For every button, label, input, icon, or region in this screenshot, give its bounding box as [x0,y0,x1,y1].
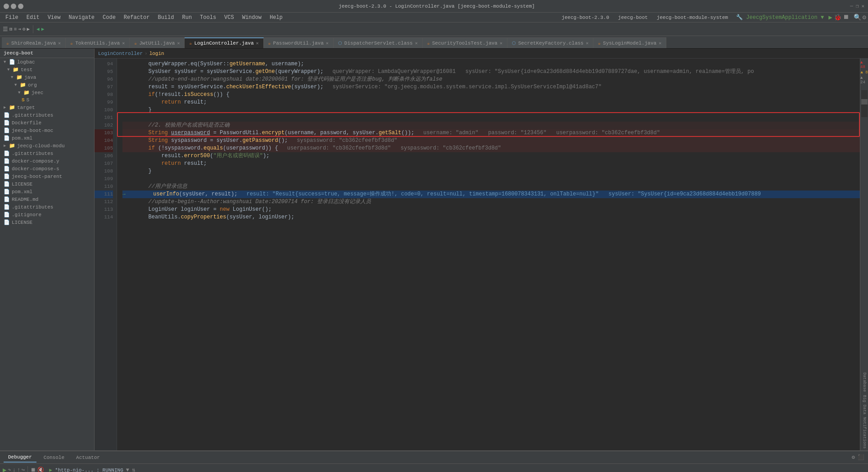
search-area[interactable]: 🔍 ⚙ [854,14,866,21]
bookmark-icon[interactable]: ≡ [14,27,17,32]
bc-item2[interactable]: login [149,51,164,56]
menu-help[interactable]: Help [266,14,286,22]
tree-org[interactable]: ▼ 📁 org [0,81,94,89]
tab-dispatcher-servlet[interactable]: ⬡ DispatcherServlet.class ✕ [334,37,423,48]
close-icon[interactable]: ✕ [861,3,864,9]
tree-logbac[interactable]: ▼ 📄 logbac [0,58,94,66]
close-tab-icon[interactable]: ✕ [500,41,502,46]
bc-item1[interactable]: LoginController [98,51,143,56]
structure-icon[interactable]: ⊞ [9,26,13,32]
folder-icon: 📁 [13,67,19,73]
restore-icon[interactable]: ❐ [856,3,859,9]
code-content[interactable]: queryWrapper.eq(SysUser::getUsername, us… [117,59,860,450]
minimap-scrollbar[interactable] [861,90,868,117]
tab-shiro-realm[interactable]: ☕ ShiroRealm.java ✕ [2,37,66,48]
tree-pom2[interactable]: 📄 pom.xml [0,188,94,195]
tree-java[interactable]: ▼ 📁 java [0,73,94,81]
close-tab-icon[interactable]: ✕ [659,41,661,46]
close-tab-icon[interactable]: ✕ [122,41,125,46]
menu-vcs[interactable]: VCS [221,14,238,22]
file-tree: ▼ 📄 logbac ▼ 📁 test ▼ 📁 java ▼ 📁 org ▼ [0,58,94,450]
close-tab-icon[interactable]: ✕ [586,41,588,46]
tree-readme[interactable]: 📄 README.md [0,195,94,203]
tree-test[interactable]: ▼ 📁 test [0,66,94,73]
tree-target[interactable]: ▶ 📁 target [0,104,94,111]
tree-gitignore[interactable]: 📄 .gitignore [0,211,94,218]
tab-sys-login-model[interactable]: ☕ SysLoginModel.java ✕ [593,37,666,48]
run-toolbar-icon[interactable]: ▶ [27,26,30,32]
menu-run[interactable]: Run [178,14,195,22]
tree-jeecg-boot-moc[interactable]: 📄 jeecg-boot-moc [0,127,94,134]
tree-docker-compose[interactable]: 📄 docker-compose.y [0,157,94,165]
step-over-icon[interactable]: ↷ [8,467,11,472]
debug-settings-icon[interactable]: ⚙ [852,454,855,461]
tree-license[interactable]: 📄 LICENSE [0,180,94,188]
run-buttons[interactable]: ▶ 🐞 ⏹ [828,14,849,21]
close-tab-icon[interactable]: ✕ [177,41,180,46]
back-icon[interactable]: ◀ [36,26,40,32]
menu-file[interactable]: File [2,14,22,22]
tab-security-tools[interactable]: ☕ SecurityToolsTest.java ✕ [423,37,507,48]
close-tab-icon[interactable]: ✕ [415,41,418,46]
tree-jeec[interactable]: ▼ 📁 jeec [0,89,94,96]
tab-login-controller[interactable]: ☕ LoginController.java ✕ [185,37,263,48]
stop-debug-icon[interactable]: ⏹ [31,467,36,472]
indent-icon[interactable]: ⇥ [18,26,21,32]
menu-navigate[interactable]: Navigate [65,14,98,22]
menu-refactor[interactable]: Refactor [120,14,154,22]
close-tab-icon[interactable]: ✕ [58,41,61,46]
run-to-cursor-icon[interactable]: ↪ [22,467,25,472]
debug-expand-icon[interactable]: ⬛ [858,454,864,461]
debug-run-controls[interactable]: ▶ ↷ ↓ ↑ ↪ ⏹ 🔇 [3,466,44,472]
stop-icon[interactable]: ⏹ [843,14,849,21]
tree-jeecg-cloud[interactable]: ▶ 📁 jeecg-cloud-modu [0,142,94,150]
mute-breakpoints-icon[interactable]: 🔇 [37,467,44,472]
tab-secret-key[interactable]: ⬡ SecretKeyFactory.class ✕ [507,37,593,48]
tree-docker-compose-s[interactable]: 📄 docker-compose-s [0,165,94,172]
expand-icon: ▼ [7,68,11,72]
resume-icon[interactable]: ▶ [3,466,6,472]
close-tab-icon[interactable]: ✕ [256,41,259,46]
tab-actuator[interactable]: Actuator [72,453,104,462]
tab-jwt-util[interactable]: ☕ JwtUtil.java ✕ [130,37,185,48]
tree-item-label: LICENSE [12,182,32,187]
code-line-99: return result; [122,99,860,106]
tab-debugger[interactable]: Debugger [4,453,36,463]
menu-code[interactable]: Code [99,14,119,22]
menu-view[interactable]: View [44,14,64,22]
debug-icon[interactable]: 🐞 [834,14,841,21]
menu-window[interactable]: Window [239,14,265,22]
close-tab-icon[interactable]: ✕ [326,41,329,46]
tree-license2[interactable]: 📄 LICENSE [0,218,94,226]
toggle-sidebar-icon[interactable]: ☰ [3,26,8,33]
tree-dockerfile[interactable]: 📄 Dockerfile [0,119,94,127]
search-icon[interactable]: 🔍 [854,14,861,21]
maximize-button[interactable] [18,4,23,9]
tree-gitattributes2[interactable]: 📄 .gitattributes [0,150,94,157]
menu-edit[interactable]: Edit [23,14,43,22]
forward-icon[interactable]: ▶ [41,26,45,32]
settings-icon[interactable]: ⚙ [863,14,866,21]
window-controls[interactable] [4,4,23,9]
step-into-icon[interactable]: ↓ [13,467,16,472]
tree-gitattributes3[interactable]: 📄 .gitattributes [0,203,94,211]
expand-arrows-icon[interactable]: ⇅ [132,467,135,472]
tab-password-util[interactable]: ☕ PasswordUtil.java ✕ [264,37,334,48]
gear-icon[interactable]: ⚙ [23,26,26,32]
filter-icon[interactable]: ▼ [126,467,129,472]
tree-gitattributes[interactable]: 📄 .gitattributes [0,111,94,119]
tab-token-utils[interactable]: ☕ TokenUtils.java ✕ [66,37,130,48]
minimize-icon[interactable]: — [850,3,853,9]
close-button[interactable] [4,4,9,9]
run-icon[interactable]: ▶ [828,14,832,21]
menu-build[interactable]: Build [154,14,177,22]
minimize-button[interactable] [11,4,16,9]
tree-pom-xml[interactable]: 📄 pom.xml [0,134,94,142]
tree-jeecg-boot-parent[interactable]: 📄 jeecg-boot-parent [0,172,94,180]
scroll-thumb[interactable] [861,99,868,104]
sidebar-label-big-data: Big Data [862,395,867,416]
step-out-icon[interactable]: ↑ [17,467,20,472]
tab-console[interactable]: Console [39,453,69,462]
menu-tools[interactable]: Tools [196,14,220,22]
tree-s-file[interactable]: S S [0,96,94,104]
